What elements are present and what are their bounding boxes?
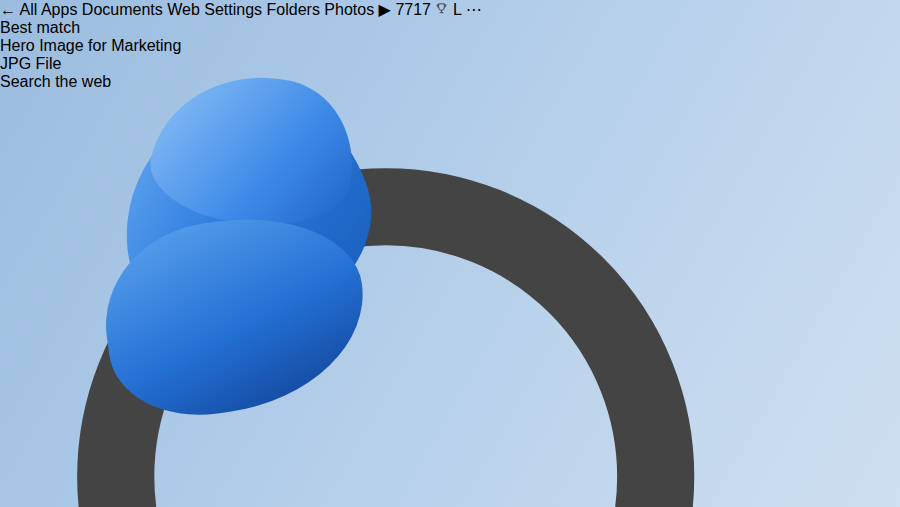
tab-settings[interactable]: Settings: [204, 1, 262, 18]
tab-folders[interactable]: Folders: [267, 1, 320, 18]
tab-documents[interactable]: Documents: [82, 1, 163, 18]
search-icon: [0, 91, 900, 507]
best-match-title: Hero Image for Marketing: [0, 37, 900, 55]
best-match-subtitle: JPG File: [0, 55, 900, 73]
section-header-web: Search the web: [0, 73, 900, 91]
web-search-item[interactable]: eco friendly clothing - See more search …: [0, 91, 900, 507]
tab-photos[interactable]: Photos: [324, 1, 374, 18]
more-options-icon[interactable]: ⋯: [466, 1, 482, 18]
rewards-trophy-icon: [435, 2, 448, 15]
tabs-scroll-right-icon[interactable]: ▶: [379, 1, 391, 18]
section-header-best-match: Best match: [0, 19, 900, 37]
back-icon[interactable]: ←: [0, 1, 16, 18]
avatar[interactable]: L: [453, 1, 461, 18]
results-list: Best match Hero Image for Marketing JPG …: [0, 19, 900, 507]
search-flyout: ← All Apps Documents Web Settings Folder…: [0, 0, 900, 507]
rewards-badge[interactable]: 7717: [395, 1, 453, 18]
search-tabs-bar: ← All Apps Documents Web Settings Folder…: [0, 0, 900, 19]
tab-apps[interactable]: Apps: [41, 1, 77, 18]
tab-all[interactable]: All: [20, 1, 38, 18]
tab-web[interactable]: Web: [167, 1, 200, 18]
rewards-count: 7717: [395, 1, 431, 18]
best-match-item[interactable]: Hero Image for Marketing JPG File: [0, 37, 900, 73]
